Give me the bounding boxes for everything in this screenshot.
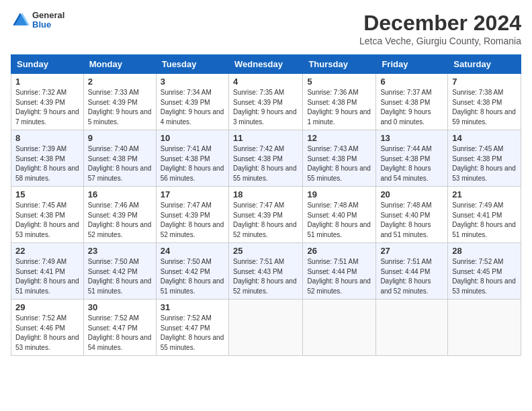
day-info: Sunrise: 7:52 AMSunset: 4:47 PMDaylight:… <box>88 314 152 353</box>
day-info: Sunrise: 7:44 AMSunset: 4:38 PMDaylight:… <box>380 144 443 183</box>
day-info: Sunrise: 7:43 AMSunset: 4:38 PMDaylight:… <box>307 144 371 183</box>
column-header-tuesday: Tuesday <box>156 55 228 74</box>
logo-general: General <box>32 11 64 20</box>
day-info: Sunrise: 7:32 AMSunset: 4:39 PMDaylight:… <box>15 88 79 127</box>
day-info: Sunrise: 7:37 AMSunset: 4:38 PMDaylight:… <box>380 88 443 127</box>
day-number: 10 <box>161 133 224 143</box>
column-header-friday: Friday <box>376 55 448 74</box>
day-info: Sunrise: 7:49 AMSunset: 4:41 PMDaylight:… <box>15 257 79 296</box>
calendar-cell <box>228 300 302 356</box>
calendar-cell: 1Sunrise: 7:32 AMSunset: 4:39 PMDaylight… <box>11 74 84 130</box>
day-number: 30 <box>88 302 152 312</box>
column-header-saturday: Saturday <box>448 55 521 74</box>
calendar-week-row: 15Sunrise: 7:45 AMSunset: 4:38 PMDayligh… <box>11 187 521 243</box>
calendar-cell: 29Sunrise: 7:52 AMSunset: 4:46 PMDayligh… <box>11 300 84 356</box>
day-info: Sunrise: 7:34 AMSunset: 4:39 PMDaylight:… <box>161 88 224 127</box>
day-info: Sunrise: 7:50 AMSunset: 4:42 PMDaylight:… <box>88 257 152 296</box>
calendar-cell: 4Sunrise: 7:35 AMSunset: 4:39 PMDaylight… <box>228 74 302 130</box>
day-number: 6 <box>380 77 443 87</box>
calendar-cell: 21Sunrise: 7:49 AMSunset: 4:41 PMDayligh… <box>448 187 521 243</box>
column-header-sunday: Sunday <box>11 55 84 74</box>
day-info: Sunrise: 7:48 AMSunset: 4:40 PMDaylight:… <box>307 201 371 240</box>
day-info: Sunrise: 7:40 AMSunset: 4:38 PMDaylight:… <box>88 144 152 183</box>
calendar-table: SundayMondayTuesdayWednesdayThursdayFrid… <box>11 54 521 356</box>
day-number: 31 <box>161 302 224 312</box>
calendar-cell: 20Sunrise: 7:48 AMSunset: 4:40 PMDayligh… <box>376 187 448 243</box>
column-header-monday: Monday <box>83 55 156 74</box>
day-info: Sunrise: 7:41 AMSunset: 4:38 PMDaylight:… <box>161 144 224 183</box>
calendar-cell: 5Sunrise: 7:36 AMSunset: 4:38 PMDaylight… <box>303 74 376 130</box>
calendar-cell: 30Sunrise: 7:52 AMSunset: 4:47 PMDayligh… <box>83 300 156 356</box>
day-number: 28 <box>452 246 517 256</box>
day-info: Sunrise: 7:33 AMSunset: 4:39 PMDaylight:… <box>88 88 152 127</box>
day-number: 19 <box>307 189 371 199</box>
calendar-cell: 15Sunrise: 7:45 AMSunset: 4:38 PMDayligh… <box>11 187 84 243</box>
day-number: 3 <box>161 77 224 87</box>
calendar-cell: 23Sunrise: 7:50 AMSunset: 4:42 PMDayligh… <box>83 243 156 300</box>
logo-blue: Blue <box>32 20 64 30</box>
calendar-cell: 16Sunrise: 7:46 AMSunset: 4:39 PMDayligh… <box>83 187 156 243</box>
logo-icon <box>11 11 30 30</box>
day-info: Sunrise: 7:52 AMSunset: 4:45 PMDaylight:… <box>452 257 517 296</box>
day-number: 26 <box>307 246 371 256</box>
day-number: 25 <box>233 246 298 256</box>
calendar-week-row: 22Sunrise: 7:49 AMSunset: 4:41 PMDayligh… <box>11 243 521 300</box>
day-number: 18 <box>233 189 298 199</box>
calendar-cell: 31Sunrise: 7:52 AMSunset: 4:47 PMDayligh… <box>156 300 228 356</box>
calendar-cell: 25Sunrise: 7:51 AMSunset: 4:43 PMDayligh… <box>228 243 302 300</box>
day-info: Sunrise: 7:45 AMSunset: 4:38 PMDaylight:… <box>15 201 79 240</box>
calendar-cell: 8Sunrise: 7:39 AMSunset: 4:38 PMDaylight… <box>11 130 84 187</box>
calendar-cell: 22Sunrise: 7:49 AMSunset: 4:41 PMDayligh… <box>11 243 84 300</box>
day-number: 1 <box>15 77 79 87</box>
location-title: Letca Veche, Giurgiu County, Romania <box>359 36 521 46</box>
day-number: 23 <box>88 246 152 256</box>
calendar-week-row: 8Sunrise: 7:39 AMSunset: 4:38 PMDaylight… <box>11 130 521 187</box>
calendar-cell: 19Sunrise: 7:48 AMSunset: 4:40 PMDayligh… <box>303 187 376 243</box>
day-number: 2 <box>88 77 152 87</box>
day-info: Sunrise: 7:52 AMSunset: 4:46 PMDaylight:… <box>15 314 79 353</box>
day-number: 16 <box>88 189 152 199</box>
calendar-cell: 2Sunrise: 7:33 AMSunset: 4:39 PMDaylight… <box>83 74 156 130</box>
calendar-cell: 14Sunrise: 7:45 AMSunset: 4:38 PMDayligh… <box>448 130 521 187</box>
day-number: 15 <box>15 189 79 199</box>
calendar-cell: 18Sunrise: 7:47 AMSunset: 4:39 PMDayligh… <box>228 187 302 243</box>
column-header-wednesday: Wednesday <box>228 55 302 74</box>
calendar-header-row: SundayMondayTuesdayWednesdayThursdayFrid… <box>11 55 521 74</box>
calendar-cell: 3Sunrise: 7:34 AMSunset: 4:39 PMDaylight… <box>156 74 228 130</box>
day-number: 4 <box>233 77 298 87</box>
day-number: 20 <box>380 189 443 199</box>
calendar-cell: 17Sunrise: 7:47 AMSunset: 4:39 PMDayligh… <box>156 187 228 243</box>
day-number: 8 <box>15 133 79 143</box>
day-number: 9 <box>88 133 152 143</box>
day-number: 7 <box>452 77 517 87</box>
logo-text: General Blue <box>32 11 64 30</box>
calendar-cell <box>448 300 521 356</box>
day-number: 22 <box>15 246 79 256</box>
calendar-cell: 24Sunrise: 7:50 AMSunset: 4:42 PMDayligh… <box>156 243 228 300</box>
day-info: Sunrise: 7:47 AMSunset: 4:39 PMDaylight:… <box>233 201 298 240</box>
day-info: Sunrise: 7:35 AMSunset: 4:39 PMDaylight:… <box>233 88 298 127</box>
day-info: Sunrise: 7:50 AMSunset: 4:42 PMDaylight:… <box>161 257 224 296</box>
day-info: Sunrise: 7:49 AMSunset: 4:41 PMDaylight:… <box>452 201 517 240</box>
day-info: Sunrise: 7:52 AMSunset: 4:47 PMDaylight:… <box>161 314 224 353</box>
calendar-cell <box>376 300 448 356</box>
calendar-cell <box>303 300 376 356</box>
calendar-cell: 6Sunrise: 7:37 AMSunset: 4:38 PMDaylight… <box>376 74 448 130</box>
day-number: 5 <box>307 77 371 87</box>
calendar-cell: 28Sunrise: 7:52 AMSunset: 4:45 PMDayligh… <box>448 243 521 300</box>
day-number: 12 <box>307 133 371 143</box>
month-title: December 2024 <box>359 11 521 36</box>
day-info: Sunrise: 7:42 AMSunset: 4:38 PMDaylight:… <box>233 144 298 183</box>
logo: General Blue <box>11 11 64 30</box>
calendar-cell: 7Sunrise: 7:38 AMSunset: 4:38 PMDaylight… <box>448 74 521 130</box>
day-number: 24 <box>161 246 224 256</box>
title-area: December 2024 Letca Veche, Giurgiu Count… <box>359 11 521 46</box>
day-info: Sunrise: 7:48 AMSunset: 4:40 PMDaylight:… <box>380 201 443 240</box>
day-number: 17 <box>161 189 224 199</box>
day-info: Sunrise: 7:51 AMSunset: 4:44 PMDaylight:… <box>307 257 371 296</box>
calendar-cell: 13Sunrise: 7:44 AMSunset: 4:38 PMDayligh… <box>376 130 448 187</box>
day-number: 21 <box>452 189 517 199</box>
calendar-cell: 11Sunrise: 7:42 AMSunset: 4:38 PMDayligh… <box>228 130 302 187</box>
day-info: Sunrise: 7:36 AMSunset: 4:38 PMDaylight:… <box>307 88 371 127</box>
day-info: Sunrise: 7:51 AMSunset: 4:43 PMDaylight:… <box>233 257 298 296</box>
